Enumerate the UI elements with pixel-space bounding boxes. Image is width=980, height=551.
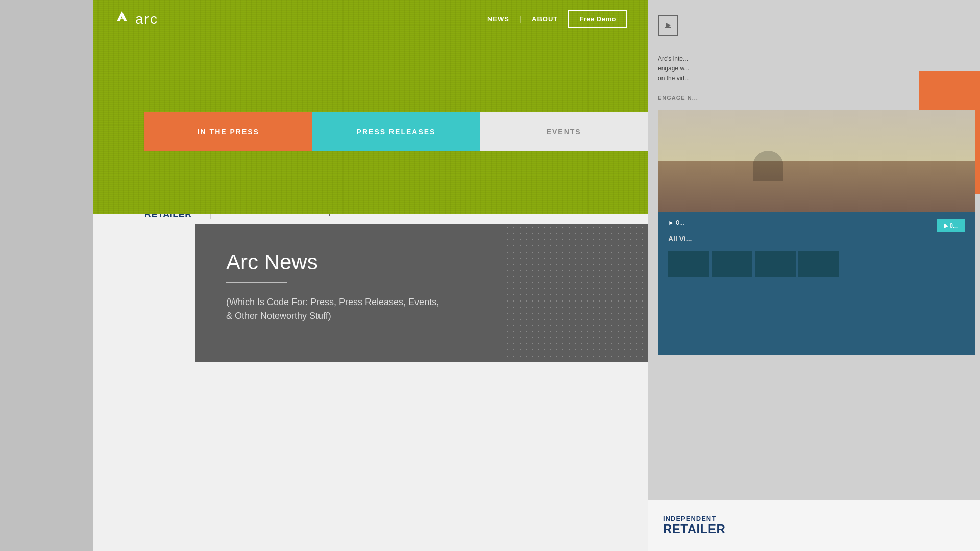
main-content: arc NEWS | ABOUT Free Demo Arc News (Whi… — [93, 0, 648, 551]
news-box: Arc News (Which Is Code For: Press, Pres… — [195, 224, 648, 362]
scenic-image — [658, 110, 975, 212]
engage-link[interactable]: ENGAGE N... — [658, 95, 698, 101]
all-videos-label[interactable]: All Vi... — [668, 235, 692, 243]
bottom-independent-retailer-logo: INDEPENDENT RETAILER — [663, 515, 725, 536]
right-partial-content: Arc's inte...engage w...on the vid... EN… — [658, 0, 975, 355]
tab-events[interactable]: EVENTS — [480, 112, 648, 151]
scenic-ground — [658, 161, 975, 212]
svg-rect-1 — [665, 27, 671, 28]
tab-press-releases[interactable]: PRESS RELEASES — [312, 112, 480, 151]
dot-pattern — [505, 224, 648, 362]
right-description: Arc's inte...engage w...on the vid... — [658, 54, 975, 84]
video-play-icon — [658, 15, 678, 36]
video-thumb-1[interactable] — [668, 251, 709, 277]
video-thumb-2[interactable] — [712, 251, 752, 277]
logo-icon — [114, 10, 130, 28]
logo-text: arc — [135, 11, 158, 28]
bottom-video-area: ► 0... 1 2 All Vi... ▶ 0... — [658, 212, 975, 355]
nav-news[interactable]: NEWS — [487, 15, 509, 23]
logo-area[interactable]: arc — [114, 10, 158, 28]
bottom-ir-independent: INDEPENDENT — [663, 515, 725, 522]
nav-right: NEWS | ABOUT Free Demo — [487, 10, 627, 28]
video-count-text: ► 0... — [668, 219, 684, 227]
left-panel — [0, 0, 93, 551]
nav-divider: | — [520, 15, 522, 24]
tab-in-the-press[interactable]: IN THE PRESS — [144, 112, 312, 151]
news-title-divider — [226, 282, 287, 283]
navigation: arc NEWS | ABOUT Free Demo — [93, 0, 648, 38]
hero-section: arc NEWS | ABOUT Free Demo — [93, 0, 648, 214]
video-thumb-4[interactable] — [798, 251, 839, 277]
video-thumb-3[interactable] — [755, 251, 796, 277]
free-demo-button[interactable]: Free Demo — [568, 10, 627, 28]
right-panel: Arc's inte...engage w...on the vid... EN… — [648, 0, 980, 551]
play-label: 0... — [950, 222, 958, 229]
nav-about[interactable]: ABOUT — [532, 15, 558, 23]
video-thumbnails — [658, 248, 975, 279]
scenic-tree — [753, 151, 783, 181]
tab-section: IN THE PRESS PRESS RELEASES EVENTS — [144, 112, 648, 151]
bottom-ir-retailer: RETAILER — [663, 522, 725, 536]
teal-play-button[interactable]: ▶ 0... — [937, 219, 965, 232]
play-icon: ▶ — [944, 222, 948, 229]
right-text-block: Arc's inte...engage w...on the vid... EN… — [658, 46, 975, 110]
bottom-logo-area: INDEPENDENT RETAILER — [648, 500, 980, 551]
